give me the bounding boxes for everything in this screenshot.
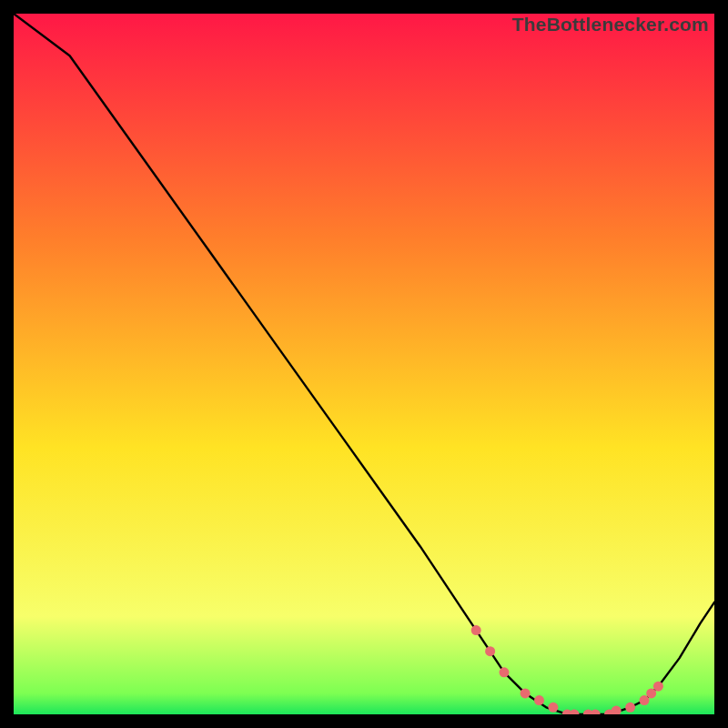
chart-svg: [14, 14, 714, 714]
gradient-bg: [14, 14, 714, 714]
chart-frame: TheBottlenecker.com: [14, 14, 714, 714]
highlight-dot: [471, 625, 481, 635]
highlight-dot: [534, 695, 544, 705]
highlight-dot: [625, 703, 635, 713]
highlight-dot: [500, 667, 510, 677]
chart-canvas: [14, 14, 714, 714]
highlight-dot: [548, 703, 558, 713]
highlight-dot: [485, 646, 495, 656]
watermark-text: TheBottlenecker.com: [512, 14, 709, 35]
highlight-dot: [521, 688, 531, 698]
highlight-dot: [653, 682, 663, 692]
